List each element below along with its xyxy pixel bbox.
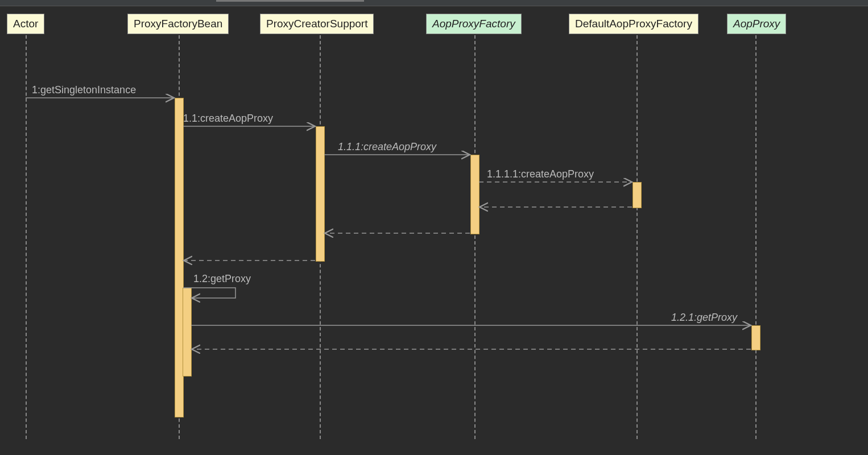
message-1-1-1-1[interactable]: 1.1.1.1:createAopProxy bbox=[487, 168, 594, 180]
message-1-1[interactable]: 1.1:createAopProxy bbox=[183, 113, 273, 125]
arrows-layer bbox=[0, 0, 868, 455]
activation-pcs bbox=[316, 126, 325, 262]
lifeline-dapf bbox=[636, 35, 638, 439]
activation-dapf bbox=[633, 182, 642, 208]
message-1-2-1[interactable]: 1.2.1:getProxy bbox=[671, 312, 737, 324]
participant-actor[interactable]: Actor bbox=[7, 14, 44, 34]
participant-defaultaopproxyfactory[interactable]: DefaultAopProxyFactory bbox=[569, 14, 698, 34]
participant-proxycreatorsupport[interactable]: ProxyCreatorSupport bbox=[260, 14, 374, 34]
diagram-canvas: Actor ProxyFactoryBean ProxyCreatorSuppo… bbox=[0, 0, 868, 455]
participant-proxyfactorybean[interactable]: ProxyFactoryBean bbox=[127, 14, 229, 34]
window-topbar bbox=[0, 0, 868, 6]
activation-ap bbox=[751, 325, 760, 350]
activation-apf bbox=[470, 155, 480, 234]
lifeline-ap bbox=[755, 35, 757, 439]
participant-aopproxyfactory[interactable]: AopProxyFactory bbox=[426, 14, 522, 34]
activation-pfb-nested bbox=[183, 288, 192, 377]
message-1[interactable]: 1:getSingletonInstance bbox=[32, 84, 136, 96]
participant-aopproxy[interactable]: AopProxy bbox=[727, 14, 786, 34]
lifeline-apf bbox=[474, 35, 476, 439]
message-1-1-1[interactable]: 1.1.1:createAopProxy bbox=[338, 141, 436, 153]
message-1-2[interactable]: 1.2:getProxy bbox=[193, 273, 251, 285]
lifeline-actor bbox=[26, 35, 27, 439]
